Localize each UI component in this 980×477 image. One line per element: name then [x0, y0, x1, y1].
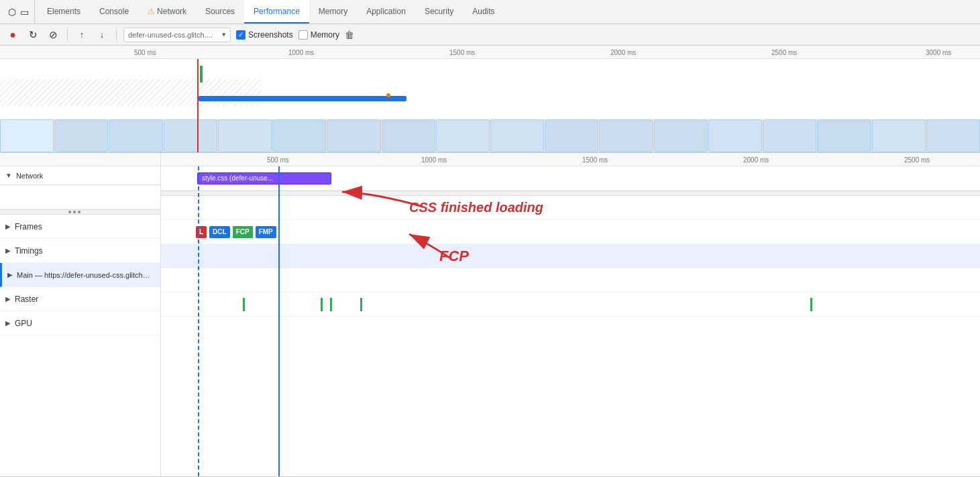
tab-sources[interactable]: Sources [196, 0, 244, 23]
timings-label: Timings [15, 246, 43, 256]
tick-1500ms-top: 1500 ms [449, 48, 475, 56]
network-row-spacer [0, 185, 160, 209]
network-collapse-arrow[interactable]: ▼ [5, 172, 12, 179]
download-button[interactable]: ↓ [95, 28, 109, 42]
thumb-12 [599, 119, 653, 152]
raster-arrow[interactable]: ▶ [5, 295, 11, 303]
tick-2000ms-b: 2000 ms [743, 156, 769, 163]
dot-3 [78, 211, 80, 213]
thumb-17 [872, 119, 926, 152]
tab-security[interactable]: Security [415, 0, 463, 23]
screenshot-strip [0, 119, 980, 153]
frames-label: Frames [15, 222, 42, 231]
blue-network-bar [199, 96, 406, 101]
track-row-gpu[interactable]: ▶ GPU [0, 311, 160, 335]
memory-label: Memory [311, 30, 339, 40]
dashed-line-left [198, 166, 199, 476]
dot-1 [68, 211, 71, 213]
reload-button[interactable]: ↻ [25, 28, 40, 42]
lower-timeline: ▼ Network ▶ Frames ▶ Timings [0, 153, 980, 477]
thumb-9 [436, 119, 490, 152]
thumb-14 [708, 119, 762, 152]
network-css-row: style.css (defer-unuse... [161, 166, 980, 191]
raster-row [161, 268, 980, 293]
url-dropdown[interactable]: defer-unused-css.glitch.... ▾ [123, 28, 231, 42]
timeline-right: 500 ms 1000 ms 1500 ms 2000 ms 2500 ms 3… [161, 153, 980, 476]
timings-row: L DCL FCP FMP [161, 220, 980, 244]
tick-2500ms-b: 2500 ms [904, 156, 930, 163]
gpu-bar-4 [360, 298, 362, 311]
thumb-2 [54, 119, 108, 152]
hatch-pattern-right [195, 79, 262, 106]
frames-arrow[interactable]: ▶ [5, 223, 11, 230]
tab-console[interactable]: Console [90, 0, 138, 23]
overview-tracks [0, 59, 980, 153]
gpu-label: GPU [15, 319, 32, 328]
orange-marker [386, 93, 390, 97]
css-bar[interactable]: style.css (defer-unuse... [197, 172, 331, 184]
thumb-4 [164, 119, 217, 152]
main-label: Main — https://defer-unused-css.glitch.m… [17, 271, 151, 279]
track-row-raster[interactable]: ▶ Raster [0, 287, 160, 311]
thumb-11 [545, 119, 598, 152]
thumb-1 [0, 119, 54, 152]
cursor-icon[interactable]: ⬡ [8, 7, 16, 17]
tab-application[interactable]: Application [357, 0, 415, 23]
main-row: FCP [161, 244, 980, 268]
time-marker-top [197, 59, 199, 153]
frames-row [161, 196, 980, 220]
thumb-3 [109, 119, 162, 152]
raster-label: Raster [15, 295, 38, 304]
memory-checkbox[interactable]: Memory [298, 30, 339, 40]
network-label: Network [16, 172, 43, 180]
tick-1500ms-b: 1500 ms [582, 156, 608, 163]
screenshots-label: Screenshots [248, 30, 293, 40]
clear-button[interactable]: ⊘ [46, 28, 60, 42]
tab-audits[interactable]: Audits [463, 0, 504, 23]
gpu-row [161, 293, 980, 317]
resize-handle-right [161, 191, 980, 196]
gpu-bar-2 [321, 298, 323, 311]
badge-fcp: FCP [233, 226, 253, 238]
gpu-bar-3 [330, 298, 332, 311]
timing-badges: L DCL FCP FMP [196, 226, 278, 238]
separator-1 [67, 29, 68, 41]
trash-icon[interactable]: 🗑 [345, 30, 354, 40]
url-text: defer-unused-css.glitch.... [128, 31, 213, 39]
badge-dcl: DCL [209, 226, 230, 238]
resize-dots [68, 211, 80, 213]
track-row-frames[interactable]: ▶ Frames [0, 215, 160, 239]
tab-memory[interactable]: Memory [309, 0, 357, 23]
tick-2000ms-top: 2000 ms [610, 48, 636, 56]
checkbox-empty-icon [298, 30, 308, 40]
thumb-6 [272, 119, 326, 152]
blue-time-line [278, 166, 280, 476]
thumb-8 [382, 119, 435, 152]
tab-performance[interactable]: Performance [244, 0, 309, 23]
network-header[interactable]: ▼ Network [0, 166, 160, 185]
track-row-timings[interactable]: ▶ Timings [0, 239, 160, 263]
gpu-bar-1 [243, 298, 245, 311]
timeline-ruler-top: 500 ms 1000 ms 1500 ms 2000 ms 2500 ms 3… [0, 46, 980, 59]
record-button[interactable]: ● [5, 28, 20, 42]
main-arrow[interactable]: ▶ [7, 271, 13, 278]
timings-arrow[interactable]: ▶ [5, 247, 11, 254]
hatch-pattern-left [0, 79, 195, 106]
thumb-7 [327, 119, 380, 152]
screenshots-checkbox[interactable]: ✓ Screenshots [236, 30, 293, 40]
thumb-5 [218, 119, 272, 152]
tick-3000ms-top: 3000 ms [926, 48, 951, 56]
tick-1000ms-top: 1000 ms [288, 48, 314, 56]
ruler-bottom-left [0, 153, 160, 166]
resize-handle[interactable] [0, 209, 160, 215]
gpu-arrow[interactable]: ▶ [5, 319, 11, 327]
tab-network[interactable]: ⚠ Network [138, 0, 196, 23]
thumb-13 [654, 119, 708, 152]
tick-500ms-top: 500 ms [134, 48, 156, 56]
upload-button[interactable]: ↑ [74, 28, 89, 42]
device-icon[interactable]: ▭ [20, 7, 29, 17]
dot-2 [73, 211, 76, 213]
track-row-main[interactable]: ▶ Main — https://defer-unused-css.glitch… [0, 263, 160, 287]
devtools-icons: ⬡ ▭ [3, 0, 35, 23]
tab-elements[interactable]: Elements [38, 0, 90, 23]
